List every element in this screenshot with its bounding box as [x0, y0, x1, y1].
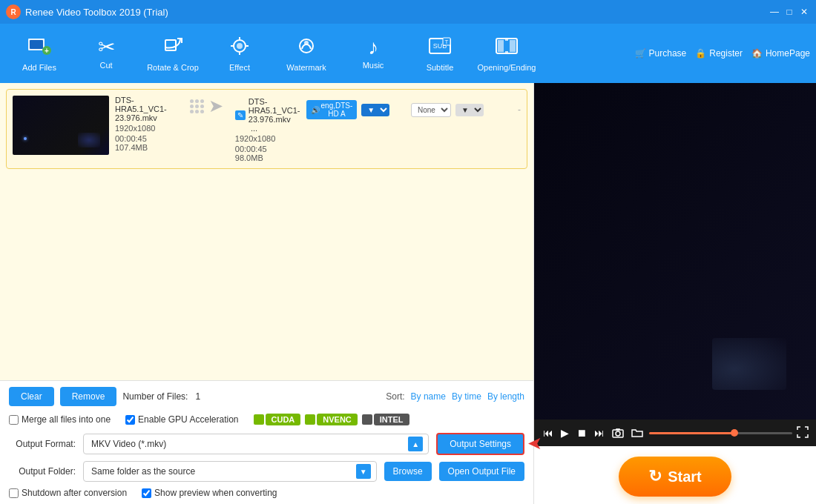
gpu-acceleration-checkbox[interactable]: Enable GPU Acceleration — [125, 414, 238, 425]
screenshot-button[interactable] — [611, 426, 625, 440]
output-dash: - — [518, 105, 521, 115]
svg-point-12 — [304, 41, 309, 45]
skip-forward-button[interactable]: ⏭ — [593, 425, 606, 440]
output-file-info: ✎ DTS-HRA5.1_VC1-23.976.mkv ... 1920x108… — [235, 96, 300, 162]
merge-files-label: Merge all files into one — [22, 414, 111, 425]
start-button[interactable]: ↻ Start — [619, 457, 731, 497]
fullscreen-button[interactable] — [797, 426, 809, 440]
homepage-label: HomePage — [766, 48, 810, 59]
output-duration-size: 00:00:45 98.0MB — [235, 145, 300, 162]
purchase-link[interactable]: 🛒 Purchase — [635, 48, 687, 59]
output-folder-label: Output Folder: — [9, 466, 76, 477]
separator — [394, 105, 407, 115]
main-area: DTS-HRA5.1_VC1-23.976.mkv 1920x1080 00:0… — [0, 83, 816, 504]
app-title: Renee Video Toolbox 2019 (Trial) — [25, 7, 168, 18]
cut-label: Cut — [99, 61, 112, 70]
output-folder-row: Output Folder: Same folder as the source… — [9, 461, 524, 482]
gpu-options: CUDA NVENC INTEL — [254, 414, 409, 425]
right-panel: ⏮ ▶ ⏹ ⏭ — [534, 83, 816, 504]
svg-text:T: T — [445, 39, 449, 45]
subtitle-icon: SUB T — [428, 36, 452, 60]
options-row: Merge all files into one Enable GPU Acce… — [9, 414, 524, 425]
file-list-area: DTS-HRA5.1_VC1-23.976.mkv 1920x1080 00:0… — [0, 83, 533, 380]
register-link[interactable]: 🔒 Register — [695, 48, 743, 59]
svg-rect-27 — [616, 428, 620, 431]
merge-files-input[interactable] — [9, 415, 19, 425]
intel-badge[interactable]: INTEL — [374, 414, 409, 425]
toolbar-add-files[interactable]: + Add Files — [6, 27, 73, 80]
skip-back-button[interactable]: ⏮ — [542, 425, 555, 440]
preview-input[interactable] — [142, 488, 151, 498]
remove-button[interactable]: Remove — [60, 387, 117, 406]
refresh-icon: ↻ — [648, 467, 662, 486]
nvenc-badge[interactable]: NVENC — [317, 414, 358, 425]
convert-arrow: ➤ — [184, 96, 229, 116]
gpu-acceleration-label: Enable GPU Acceleration — [138, 414, 238, 425]
folder-button[interactable] — [630, 426, 645, 440]
sort-by-name[interactable]: By name — [411, 391, 446, 402]
toolbar-effect[interactable]: Effect — [206, 27, 273, 80]
output-format-select-wrap: MKV Video (*.mkv) ▲ — [83, 434, 429, 454]
cuda-badge[interactable]: CUDA — [266, 414, 301, 425]
audio-track-dropdown[interactable]: ▼ — [361, 104, 389, 116]
purchase-label: Purchase — [649, 48, 687, 59]
merge-files-checkbox[interactable]: Merge all files into one — [9, 414, 111, 425]
volume-slider[interactable] — [649, 432, 792, 434]
sort-by-time[interactable]: By time — [452, 391, 481, 402]
sort-label: Sort: — [386, 391, 404, 402]
file-count-label: Number of Files: 1 — [122, 391, 200, 402]
browse-button[interactable]: Browse — [384, 462, 432, 481]
homepage-house-icon: 🏠 — [751, 48, 763, 59]
play-pause-button[interactable]: ▶ — [559, 425, 570, 440]
shutdown-input[interactable] — [9, 488, 19, 498]
output-folder-select[interactable]: Same folder as the source — [83, 461, 377, 482]
title-bar: R Renee Video Toolbox 2019 (Trial) — □ ✕ — [0, 0, 816, 24]
toolbar-music[interactable]: ♪ Music — [340, 27, 407, 80]
camera-icon — [612, 428, 624, 438]
start-label: Start — [668, 468, 702, 485]
add-files-label: Add Files — [22, 63, 56, 72]
output-format-select[interactable]: MKV Video (*.mkv) — [83, 434, 429, 454]
source-filename: DTS-HRA5.1_VC1-23.976.mkv — [115, 96, 178, 122]
register-label: Register — [709, 48, 743, 59]
toolbar-rotate-crop[interactable]: Rotate & Crop — [139, 27, 206, 80]
shutdown-checkbox[interactable]: Shutdown after conversion — [9, 488, 127, 498]
watermark-icon — [295, 36, 318, 60]
source-file-info: DTS-HRA5.1_VC1-23.976.mkv 1920x1080 00:0… — [115, 96, 178, 152]
preview-checkbox[interactable]: Show preview when converting — [142, 488, 277, 498]
subtitle-select[interactable]: None — [411, 103, 451, 117]
audio-track-btn[interactable]: 🔊 eng,DTS-HD A — [306, 100, 358, 119]
video-preview — [534, 83, 816, 420]
output-format-row: Output Format: MKV Video (*.mkv) ▲ Outpu… — [9, 433, 524, 455]
output-folder-select-wrap: Same folder as the source ▼ — [83, 461, 377, 482]
output-format-label: Output Format: — [9, 439, 76, 449]
output-filename: DTS-HRA5.1_VC1-23.976.mkv ... — [249, 97, 300, 133]
opening-ending-icon — [495, 36, 519, 60]
subtitle-dropdown[interactable]: ▼ — [455, 104, 484, 116]
preview-label: Show preview when converting — [154, 488, 277, 498]
output-settings-wrap: Output Settings ➤ — [436, 433, 524, 455]
open-output-button[interactable]: Open Output File — [439, 462, 524, 481]
gpu-acceleration-input[interactable] — [125, 415, 135, 425]
nvenc-icon — [305, 414, 315, 425]
toolbar-cut[interactable]: ✂ Cut — [73, 27, 139, 80]
maximize-btn[interactable]: □ — [783, 6, 795, 18]
watermark-label: Watermark — [286, 63, 326, 72]
toolbar-opening-ending[interactable]: Opening/Ending — [473, 27, 540, 80]
svg-rect-22 — [254, 414, 264, 425]
minimize-btn[interactable]: — — [769, 6, 780, 18]
output-settings-button[interactable]: Output Settings — [436, 433, 524, 455]
toolbar-watermark[interactable]: Watermark — [273, 27, 340, 80]
toolbar-subtitle[interactable]: SUB T Subtitle — [407, 27, 473, 80]
homepage-link[interactable]: 🏠 HomePage — [751, 48, 810, 59]
svg-point-10 — [237, 43, 243, 49]
left-panel: DTS-HRA5.1_VC1-23.976.mkv 1920x1080 00:0… — [0, 83, 534, 504]
close-btn[interactable]: ✕ — [798, 6, 810, 18]
stop-button[interactable]: ⏹ — [575, 425, 588, 440]
window-controls[interactable]: — □ ✕ — [769, 6, 810, 18]
start-button-area: ↻ Start — [534, 446, 816, 504]
clear-button[interactable]: Clear — [9, 387, 54, 406]
effect-icon — [228, 36, 251, 60]
sort-by-length[interactable]: By length — [487, 391, 524, 402]
svg-rect-18 — [498, 40, 504, 52]
